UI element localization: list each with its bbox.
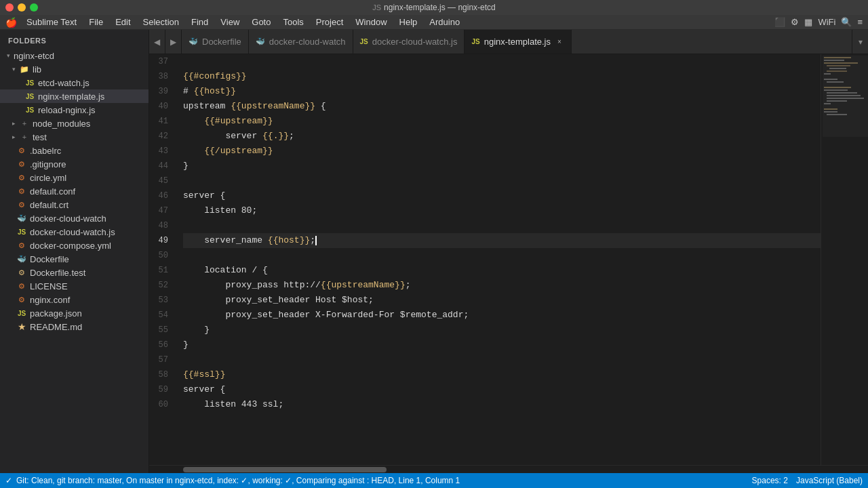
babelrc-label: .babelrc [30,146,61,156]
reload-nginx-icon: JS [24,104,35,115]
menu-goto[interactable]: Goto [246,16,276,28]
ln-50: 50 [149,248,174,263]
menu-arduino[interactable]: Arduino [424,16,465,28]
dockerfile-label: Dockerfile [30,254,69,264]
tab-nginx-template[interactable]: JS nginx-template.js × [465,30,572,54]
sidebar-item-default-crt[interactable]: ⚙ default.crt [0,198,149,211]
scrollbar-thumb[interactable] [183,467,387,472]
sidebar-item-etcd-watch[interactable]: JS etcd-watch.js [0,76,149,89]
tab-close-button[interactable]: × [555,37,564,47]
ln-42: 42 [149,129,174,144]
code-line-51: location / { [183,263,821,278]
tab-next-button[interactable]: ▶ [165,30,182,54]
sidebar-item-docker-compose[interactable]: ⚙ docker-compose.yml [0,239,149,252]
code-line-60: listen 443 ssl; [183,397,821,412]
git-status-icon: ✓ [5,476,12,485]
sidebar-item-dockerfile-test[interactable]: ⚙ Dockerfile.test [0,266,149,279]
horizontal-scrollbar[interactable] [149,465,868,473]
ln-51: 51 [149,263,174,278]
ln-59: 59 [149,382,174,397]
menu-tools[interactable]: Tools [277,16,309,28]
tab-prev-button[interactable]: ◀ [149,30,165,54]
ln-52: 52 [149,278,174,293]
apple-menu[interactable]: 🍎 [5,17,17,28]
code-line-50 [183,248,821,263]
sidebar-item-docker-cloud-watch[interactable]: 🐳 docker-cloud-watch [0,211,149,225]
tab-dockerfile[interactable]: 🐳 Dockerfile [182,30,249,54]
menu-project[interactable]: Project [311,16,349,28]
line-numbers: 37 38 39 40 41 42 43 44 45 46 47 48 49 5… [149,54,180,465]
etcd-watch-label: etcd-watch.js [38,78,90,88]
ln-37: 37 [149,54,174,69]
default-conf-icon: ⚙ [16,186,27,197]
menu-selection[interactable]: Selection [138,16,184,28]
ln-45: 45 [149,174,174,188]
close-button[interactable] [5,3,14,12]
menu-window[interactable]: Window [350,16,392,28]
title-text: nginx-template.js — nginx-etcd [384,3,496,12]
file-icon: JS [372,3,381,12]
ln-56: 56 [149,338,174,352]
search-icon[interactable]: 🔍 [841,17,852,27]
docker-cloud-watch-js-label: docker-cloud-watch.js [30,227,115,237]
node-modules-label: node_modules [33,119,90,129]
svg-rect-19 [823,56,868,137]
tab-docker-cloud-watch[interactable]: 🐳 docker-cloud-watch [249,30,353,54]
ln-48: 48 [149,218,174,233]
minimize-button[interactable] [18,3,26,12]
sidebar-item-lib[interactable]: ▾ 📁 lib [0,62,149,76]
sidebar-item-package-json[interactable]: JS package.json [0,306,149,320]
sidebar-item-nginx-template[interactable]: JS nginx-template.js [0,89,149,103]
code-line-42: server {{.}}; [183,129,821,144]
code-content[interactable]: {{#configs}} # {{host}} upstream {{upstr… [180,54,821,465]
menu-find[interactable]: Find [186,16,214,28]
language-label: JavaScript (Babel) [796,476,863,485]
menu-edit[interactable]: Edit [110,16,136,28]
dockerfile-icon: 🐳 [16,253,27,264]
sidebar-item-babelrc[interactable]: ⚙ .babelrc [0,144,149,157]
sidebar-item-dockerfile[interactable]: 🐳 Dockerfile [0,252,149,266]
window-controls[interactable] [5,3,38,12]
sidebar-item-default-conf[interactable]: ⚙ default.conf [0,184,149,198]
babelrc-icon: ⚙ [16,145,27,156]
sidebar-item-nginx-conf[interactable]: ⚙ nginx.conf [0,293,149,306]
dockerfile-tab-label: Dockerfile [202,37,241,47]
menu-help[interactable]: Help [394,16,423,28]
sidebar-item-circle-yml[interactable]: ⚙ circle.yml [0,171,149,184]
nginx-template-tab-icon: JS [471,38,479,45]
menu-view[interactable]: View [215,16,245,28]
sidebar: FOLDERS ▾ nginx-etcd ▾ 📁 lib JS etcd-wat… [0,30,149,473]
maximize-button[interactable] [30,3,38,12]
sidebar-item-test[interactable]: ▸ + test [0,130,149,144]
readme-label: README.md [30,322,82,332]
tab-docker-cloud-watch-js[interactable]: JS docker-cloud-watch.js [353,30,465,54]
test-arrow-icon: ▸ [8,131,19,142]
circle-yml-label: circle.yml [30,173,66,183]
sidebar-item-node-modules[interactable]: ▸ + node_modules [0,117,149,130]
sidebar-root[interactable]: ▾ nginx-etcd [0,49,149,62]
minimap [821,54,868,465]
menu-sublime-text[interactable]: Sublime Text [21,16,82,28]
test-label: test [33,132,47,142]
ln-38: 38 [149,69,174,84]
ln-39: 39 [149,84,174,99]
ln-40: 40 [149,99,174,114]
tabs-scroll-button[interactable]: ▾ [852,30,868,54]
license-label: LICENSE [30,281,68,291]
code-line-39: # {{host}} [183,84,821,99]
lib-arrow-icon: ▾ [8,64,19,75]
lib-label: lib [33,64,41,75]
ln-43: 43 [149,144,174,159]
docker-cloud-watch-tab-label: docker-cloud-watch [269,37,346,47]
menu-file[interactable]: File [83,16,108,28]
sidebar-item-gitignore[interactable]: ⚙ .gitignore [0,157,149,171]
sidebar-item-reload-nginx[interactable]: JS reload-nginx.js [0,103,149,117]
code-editor[interactable]: 37 38 39 40 41 42 43 44 45 46 47 48 49 5… [149,54,821,465]
default-crt-icon: ⚙ [16,199,27,210]
ln-47: 47 [149,203,174,218]
code-line-37 [183,54,821,69]
sidebar-item-readme[interactable]: ★ README.md [0,320,149,333]
editor-container: ◀ ▶ 🐳 Dockerfile 🐳 docker-cloud-watch JS… [149,30,868,473]
sidebar-item-docker-cloud-watch-js[interactable]: JS docker-cloud-watch.js [0,225,149,239]
sidebar-item-license[interactable]: ⚙ LICENSE [0,279,149,293]
